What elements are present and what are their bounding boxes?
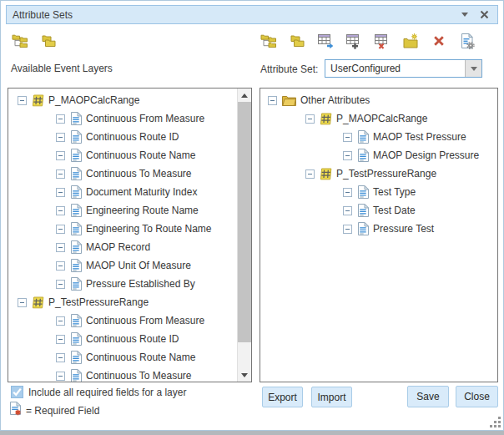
- dropdown-arrow-button[interactable]: [465, 60, 481, 77]
- tree-row[interactable]: P_TestPressureRange: [8, 293, 237, 311]
- table-add-button[interactable]: [345, 31, 362, 51]
- tree-row[interactable]: Continuous To Measure: [8, 164, 237, 183]
- collapse-toggle[interactable]: [56, 188, 65, 197]
- collapse-toggle[interactable]: [18, 96, 27, 105]
- tree-row[interactable]: Continuous From Measure: [8, 311, 237, 330]
- tree-row[interactable]: Engineering Route Name: [8, 201, 237, 220]
- table-transfer-button[interactable]: [316, 31, 334, 51]
- field-icon: [357, 204, 369, 217]
- toolbar-left: [11, 31, 57, 51]
- expand-attribute-tree-button[interactable]: [260, 31, 277, 51]
- tree-row[interactable]: MAOP Test Pressure: [260, 128, 497, 146]
- delete-button[interactable]: [430, 31, 447, 51]
- collapse-toggle[interactable]: [56, 261, 65, 271]
- collapse-toggle[interactable]: [56, 280, 65, 289]
- expand-layers-tree-button[interactable]: [11, 31, 28, 51]
- collapse-toggle[interactable]: [18, 298, 27, 307]
- collapse-attribute-folders-button[interactable]: [288, 31, 305, 51]
- tree-row[interactable]: Pressure Test: [260, 220, 497, 238]
- tree-row[interactable]: MAOP Design Pressure: [260, 146, 497, 164]
- collapse-toggle[interactable]: [56, 243, 65, 252]
- table-remove-button[interactable]: [373, 31, 391, 51]
- triangle-down-icon: [241, 373, 248, 377]
- tree-item-label: Test Date: [373, 205, 416, 216]
- tree-item-label: P_TestPressureRange: [48, 296, 149, 308]
- tree-row[interactable]: Continuous Route ID: [8, 330, 237, 348]
- collapse-toggle[interactable]: [56, 114, 65, 124]
- collapse-toggle[interactable]: [56, 372, 65, 381]
- window-bottom-edge: [0, 431, 504, 435]
- collapse-toggle[interactable]: [343, 151, 352, 160]
- required-field-label: = Required Field: [26, 405, 99, 417]
- import-button[interactable]: Import: [311, 387, 352, 407]
- attribute-set-dropdown[interactable]: UserConfigured: [325, 59, 482, 78]
- close-dialog-button[interactable]: [479, 9, 490, 21]
- new-attribute-set-folder-button[interactable]: [401, 31, 419, 51]
- collapse-toggle[interactable]: [56, 206, 65, 215]
- collapse-toggle[interactable]: [56, 151, 65, 160]
- tree-row[interactable]: Continuous To Measure: [8, 367, 237, 382]
- available-layers-label: Available Event Layers: [11, 63, 113, 74]
- collapse-toggle[interactable]: [56, 133, 65, 142]
- tree-row[interactable]: P_MAOPCalcRange: [8, 91, 237, 109]
- collapse-dialog-button[interactable]: [460, 9, 470, 21]
- tree-row[interactable]: Continuous From Measure: [8, 109, 237, 128]
- attribute-set-panel: Other AttributesP_MAOPCalcRangeMAOP Test…: [260, 88, 498, 382]
- export-button[interactable]: Export: [262, 387, 303, 407]
- save-button[interactable]: Save: [407, 386, 449, 407]
- include-required-checkbox[interactable]: [11, 386, 23, 398]
- chevron-down-icon: [461, 13, 468, 17]
- field-icon: [70, 369, 82, 382]
- collapse-toggle[interactable]: [343, 188, 352, 197]
- tree-row[interactable]: Continuous Route Name: [8, 146, 237, 164]
- scroll-up-button[interactable]: [238, 89, 251, 102]
- collapse-toggle[interactable]: [56, 316, 65, 326]
- collapse-toggle[interactable]: [56, 169, 65, 179]
- scroll-down-button[interactable]: [238, 368, 251, 382]
- tree-row[interactable]: P_MAOPCalcRange: [260, 109, 497, 128]
- tree-row[interactable]: Other Attributes: [260, 91, 497, 109]
- folders-icon: [40, 33, 57, 49]
- collapse-toggle[interactable]: [343, 206, 352, 215]
- collapse-toggle[interactable]: [56, 335, 65, 344]
- tree-item-label: MAOP Test Pressure: [373, 131, 466, 143]
- tree-item-label: Continuous To Measure: [86, 370, 192, 382]
- collapse-toggle[interactable]: [268, 96, 277, 105]
- close-button[interactable]: Close: [456, 386, 498, 407]
- scroll-thumb[interactable]: [238, 102, 251, 342]
- vertical-scrollbar[interactable]: [237, 89, 251, 382]
- tree-row[interactable]: P_TestPressureRange: [260, 164, 497, 183]
- collapse-toggle[interactable]: [343, 225, 352, 234]
- tree-row[interactable]: Engineering To Route Name: [8, 220, 237, 238]
- collapse-toggle[interactable]: [56, 225, 65, 234]
- tree-item-label: Continuous Route ID: [86, 131, 179, 143]
- tree-item-label: Continuous Route ID: [86, 333, 179, 345]
- tree-item-label: Pressure Established By: [86, 278, 195, 290]
- tree-row[interactable]: MAOP Record: [8, 238, 237, 256]
- tree-item-label: Pressure Test: [373, 223, 434, 235]
- tree-row[interactable]: Document Maturity Index: [8, 183, 237, 201]
- tree-row[interactable]: Test Type: [260, 183, 497, 201]
- attribute-set-dropdown-value: UserConfigured: [325, 63, 465, 74]
- tree-row[interactable]: MAOP Unit Of Measure: [8, 256, 237, 275]
- delete-x-icon: [432, 34, 446, 48]
- collapse-toggle[interactable]: [343, 133, 352, 142]
- set-properties-button[interactable]: [458, 31, 476, 51]
- tree-row[interactable]: Continuous Route ID: [8, 128, 237, 146]
- tree-row[interactable]: Test Date: [260, 201, 497, 220]
- tree-item-label: Continuous Route Name: [86, 352, 195, 363]
- resize-grip[interactable]: [489, 416, 501, 428]
- folder-icon: [282, 95, 296, 106]
- event-layer-icon: [32, 296, 44, 309]
- tree-row[interactable]: Continuous Route Name: [8, 348, 237, 367]
- field-icon: [70, 314, 82, 327]
- collapse-folders-button[interactable]: [39, 31, 57, 51]
- field-icon: [357, 149, 369, 162]
- tree-item-label: Other Attributes: [300, 94, 370, 106]
- collapse-toggle[interactable]: [305, 169, 315, 179]
- collapse-toggle[interactable]: [305, 114, 315, 124]
- collapse-toggle[interactable]: [56, 353, 65, 362]
- field-icon: [70, 222, 82, 235]
- tree-row[interactable]: Pressure Established By: [8, 275, 237, 293]
- attribute-set-tree: Other AttributesP_MAOPCalcRangeMAOP Test…: [260, 89, 497, 382]
